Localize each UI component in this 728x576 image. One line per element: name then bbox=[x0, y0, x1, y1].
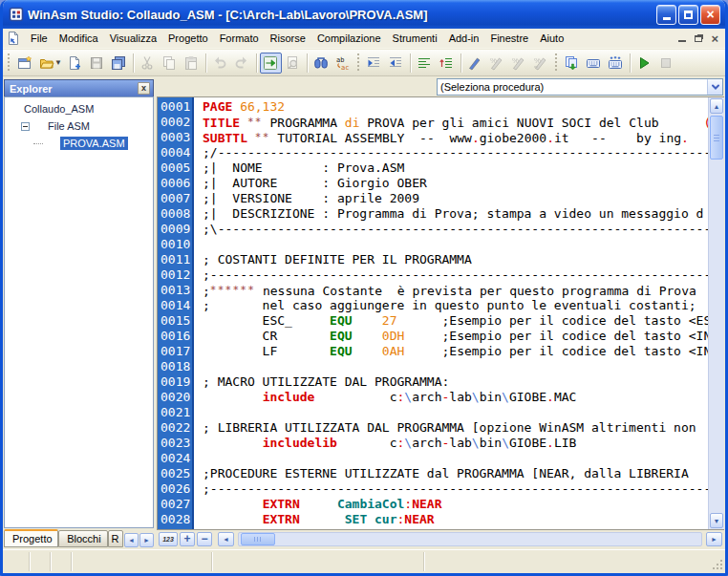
code-line[interactable]: 0019; MACRO UTILIZZATE DAL PROGRAMMA: bbox=[158, 374, 708, 390]
panel-tab-progetto[interactable]: Progetto bbox=[4, 529, 58, 547]
code-line[interactable]: 0009;\----------------------------------… bbox=[158, 222, 708, 237]
goto-editor-button[interactable] bbox=[260, 53, 282, 74]
uncomment-block-button[interactable]: % bbox=[530, 53, 552, 74]
toolbar-grip[interactable] bbox=[356, 53, 361, 73]
redo-button[interactable] bbox=[231, 53, 253, 74]
code-line[interactable]: 0017 LF EQU 0AH ;Esempio per il codice d… bbox=[158, 344, 708, 359]
mdi-minimize-button[interactable] bbox=[678, 34, 686, 42]
scroll-right-button[interactable]: ► bbox=[706, 532, 722, 546]
code-line[interactable]: 0016 CR EQU 0DH ;Esempio per il codice d… bbox=[158, 329, 708, 344]
close-button[interactable]: × bbox=[700, 5, 720, 25]
tab-scroll-right-button[interactable]: ► bbox=[139, 533, 154, 547]
code-line[interactable]: 0014; nel caso aggiungere in questo punt… bbox=[158, 298, 708, 313]
menu-file[interactable]: File bbox=[25, 30, 54, 47]
code-line[interactable]: 0003SUBTTL ** TUTORIAL ASSEMBLY -- www.g… bbox=[158, 130, 708, 145]
menu-compilazione[interactable]: Compilazione bbox=[311, 30, 387, 47]
code-line[interactable]: 0011; COSTANTI DEFINITE PER IL PROGRAMMA bbox=[158, 252, 708, 267]
menu-visualizza[interactable]: Visualizza bbox=[104, 30, 162, 47]
code-line[interactable]: 0028 EXTRN SET cur:NEAR bbox=[158, 512, 708, 527]
code-line[interactable]: 0027 EXTRN CambiaCol:NEAR bbox=[158, 497, 708, 512]
stop-button[interactable] bbox=[655, 53, 677, 74]
code-line[interactable]: 0004;/----------------------------------… bbox=[158, 145, 708, 160]
save-button[interactable] bbox=[86, 53, 108, 74]
undo-button[interactable] bbox=[209, 53, 231, 74]
resize-grip[interactable] bbox=[712, 558, 724, 570]
tree-item-file-asm[interactable]: File ASM bbox=[7, 117, 151, 135]
line-spacing-button[interactable] bbox=[414, 53, 436, 74]
code-line[interactable]: 0002TITLE ** PROGRAMMA di PROVA per gli … bbox=[158, 115, 708, 130]
outdent-button[interactable] bbox=[385, 53, 407, 74]
copy-button[interactable] bbox=[159, 53, 181, 74]
scroll-down-button[interactable]: ▼ bbox=[710, 513, 723, 528]
vertical-scrollbar[interactable]: ▲ ▼ bbox=[708, 97, 724, 529]
toolbar-grip[interactable] bbox=[7, 53, 11, 73]
code-editor[interactable]: 0001PAGE 66,1320002TITLE ** PROGRAMMA di… bbox=[157, 96, 724, 530]
new-file-button[interactable] bbox=[64, 53, 86, 74]
tab-scroll-left-button[interactable]: ◄ bbox=[124, 533, 139, 547]
code-line[interactable]: 0022; LIBRERIA UTILIZZATA DAL PROGRAMMA … bbox=[158, 420, 708, 436]
vertical-scrollbar-thumb[interactable] bbox=[710, 116, 723, 160]
print-preview-button[interactable] bbox=[282, 53, 304, 74]
menu-modifica[interactable]: Modifica bbox=[54, 30, 104, 47]
sort-lines-button[interactable] bbox=[436, 53, 458, 74]
tree-item-prova-asm[interactable]: PROVA.ASM bbox=[7, 135, 151, 152]
mdi-close-button[interactable]: × bbox=[711, 32, 718, 45]
find-button[interactable] bbox=[310, 53, 332, 74]
paste-button[interactable] bbox=[181, 53, 203, 74]
code-line[interactable]: 0018 bbox=[158, 359, 708, 374]
scroll-up-button[interactable]: ▲ bbox=[710, 98, 723, 114]
menu-formato[interactable]: Formato bbox=[214, 30, 265, 47]
build-button[interactable] bbox=[605, 53, 627, 74]
menu-progetto[interactable]: Progetto bbox=[162, 30, 214, 47]
horizontal-scrollbar-thumb[interactable] bbox=[241, 533, 275, 545]
dropdown-caret-icon[interactable]: ▼ bbox=[54, 58, 62, 67]
mdi-restore-button[interactable] bbox=[695, 35, 702, 42]
menu-finestre[interactable]: Finestre bbox=[484, 30, 534, 47]
code-line[interactable]: 0006;| AUTORE : Giorgio OBER bbox=[158, 176, 708, 191]
code-line[interactable]: 0021 bbox=[158, 405, 708, 420]
menu-strumenti[interactable]: Strumenti bbox=[387, 30, 443, 47]
code-line[interactable]: 0005;| NOME : Prova.ASM bbox=[158, 160, 708, 176]
comment-block-button[interactable]: % bbox=[508, 53, 530, 74]
export-code-button[interactable] bbox=[561, 53, 583, 74]
code-line[interactable]: 0024 bbox=[158, 451, 708, 466]
uncomment-button[interactable]: % bbox=[486, 53, 508, 74]
explorer-close-button[interactable]: x bbox=[138, 82, 150, 95]
chevron-down-icon[interactable] bbox=[707, 79, 722, 95]
code-line[interactable]: 0010 bbox=[158, 237, 708, 252]
toolbar-grip[interactable] bbox=[554, 53, 559, 73]
replace-button[interactable]: abac bbox=[332, 53, 354, 74]
collapse-expander-icon[interactable] bbox=[21, 122, 30, 131]
menu-add-in[interactable]: Add-in bbox=[443, 30, 485, 47]
tree-item-collaudo-asm[interactable]: Collaudo_ASM bbox=[7, 100, 151, 117]
procedure-selector[interactable]: (Seleziona procedura) bbox=[437, 78, 723, 96]
code-line[interactable]: 0015 ESC_ EQU 27 ;Esempio per il codice … bbox=[158, 313, 708, 329]
panel-tab-blocchi[interactable]: Blocchi bbox=[58, 530, 107, 547]
run-button[interactable] bbox=[633, 53, 655, 74]
code-line[interactable]: 0013;****** nessuna Costante è prevista … bbox=[158, 283, 708, 298]
code-line[interactable]: 0025;PROCEDURE ESTERNE UTILIZZATE dal PR… bbox=[158, 466, 708, 481]
menu-risorse[interactable]: Risorse bbox=[265, 30, 311, 47]
cut-button[interactable] bbox=[137, 53, 159, 74]
maximize-button[interactable] bbox=[678, 5, 698, 25]
panel-tab-r[interactable]: R bbox=[108, 530, 123, 547]
code-line[interactable]: 0001PAGE 66,132 bbox=[158, 99, 708, 115]
zoom-in-button[interactable]: + bbox=[180, 532, 195, 546]
code-line[interactable]: 0020 include c:\arch-lab\bin\GIOBE.MAC bbox=[158, 390, 708, 405]
code-line[interactable]: 0012;-----------------------------------… bbox=[158, 267, 708, 283]
zoom-out-button[interactable]: − bbox=[197, 532, 212, 546]
code-line[interactable]: 0026;-----------------------------------… bbox=[158, 481, 708, 497]
code-line[interactable]: 0023 includelib c:\arch-lab\bin\GIOBE.LI… bbox=[158, 436, 708, 451]
minimize-button[interactable] bbox=[656, 5, 676, 25]
scroll-left-button[interactable]: ◄ bbox=[218, 532, 234, 546]
code-line[interactable]: 0007;| VERSIONE : aprile 2009 bbox=[158, 191, 708, 206]
line-numbers-toggle-button[interactable]: 123 bbox=[159, 532, 178, 546]
code-line[interactable]: 0008;| DESCRIZIONE : Programma di Prova;… bbox=[158, 206, 708, 222]
menu-aiuto[interactable]: Aiuto bbox=[534, 30, 569, 47]
save-all-button[interactable] bbox=[108, 53, 130, 74]
horizontal-scrollbar[interactable] bbox=[238, 532, 702, 546]
comment-button[interactable] bbox=[464, 53, 486, 74]
new-project-button[interactable] bbox=[13, 53, 35, 74]
indent-button[interactable] bbox=[363, 53, 385, 74]
assemble-button[interactable] bbox=[583, 53, 605, 74]
